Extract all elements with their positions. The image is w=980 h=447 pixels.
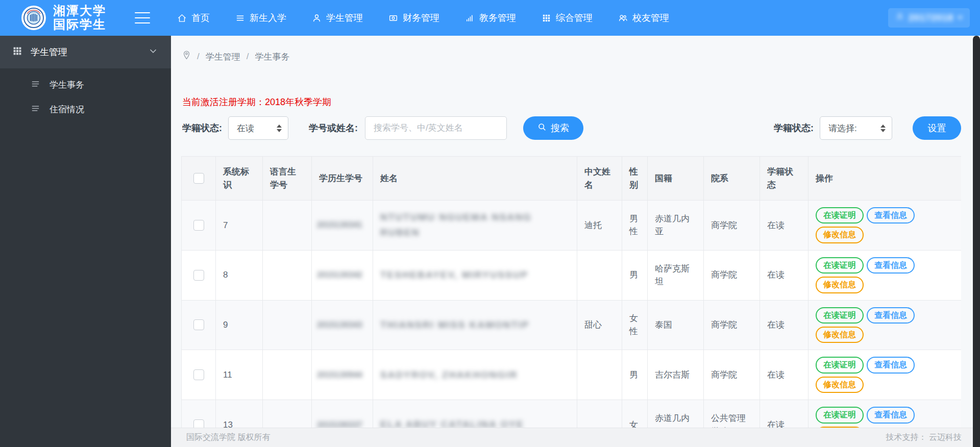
row-chinese-name: 甜心 bbox=[577, 300, 622, 350]
row-student-name: TESHEBAYEV, MIRYUSSUP bbox=[373, 250, 577, 300]
footer: 国际交流学院 版权所有 技术支持： 云迈科技 bbox=[171, 428, 980, 447]
view-info-button[interactable]: 查看信息 bbox=[867, 357, 915, 373]
row-department: 商学院 bbox=[704, 300, 760, 350]
select-all-checkbox[interactable] bbox=[193, 173, 204, 184]
student-row: 72015130341NTUTUMU NGUEMA NSANG RUBEN迪托男… bbox=[182, 201, 962, 251]
row-system-id: 7 bbox=[216, 201, 263, 251]
header-degree-student-no: 学历生学号 bbox=[312, 157, 373, 201]
nav-item-academic[interactable]: 教务管理 bbox=[452, 0, 529, 36]
header-name: 姓名 bbox=[373, 157, 577, 201]
sidebar-item-label: 学生事务 bbox=[50, 79, 84, 91]
header-system-id: 系统标识 bbox=[216, 157, 263, 201]
enrollment-list-icon bbox=[235, 13, 245, 23]
certificate-button[interactable]: 在读证明 bbox=[816, 257, 864, 274]
row-language-student-no bbox=[263, 201, 312, 251]
row-chinese-name bbox=[577, 350, 622, 400]
user-menu[interactable]: 20172018 bbox=[888, 8, 970, 28]
edit-info-button[interactable]: 修改信息 bbox=[816, 377, 864, 393]
row-status: 在读 bbox=[760, 201, 808, 251]
row-checkbox[interactable] bbox=[193, 270, 204, 281]
edit-info-button[interactable]: 修改信息 bbox=[816, 277, 864, 293]
sidebar-section-student-management[interactable]: 学生管理 bbox=[0, 36, 171, 68]
search-icon bbox=[537, 122, 547, 134]
row-system-id: 9 bbox=[216, 300, 263, 350]
nav-item-enrollment[interactable]: 新生入学 bbox=[223, 0, 299, 36]
view-info-button[interactable]: 查看信息 bbox=[867, 407, 915, 423]
student-icon bbox=[312, 13, 322, 23]
student-row: 112015130944SADYROV, ZHAKHONGIR男吉尔吉斯商学院在… bbox=[182, 350, 962, 400]
sidebar-item-accommodation[interactable]: 住宿情况 bbox=[0, 97, 171, 121]
grid-icon bbox=[542, 13, 551, 23]
certificate-button[interactable]: 在读证明 bbox=[816, 357, 864, 373]
finance-icon bbox=[388, 13, 398, 23]
certificate-button[interactable]: 在读证明 bbox=[816, 407, 864, 423]
nav-item-alumni[interactable]: 校友管理 bbox=[605, 0, 682, 36]
nav-label: 首页 bbox=[191, 12, 210, 24]
caret-down-icon bbox=[958, 16, 963, 19]
tech-support-text: 技术支持： 云迈科技 bbox=[886, 432, 962, 443]
row-system-id: 11 bbox=[216, 350, 263, 400]
row-student-name: THIANSRI MISS KAMONTIP bbox=[373, 300, 577, 350]
row-nationality: 吉尔吉斯 bbox=[648, 350, 704, 400]
status-select[interactable]: 在读 bbox=[228, 116, 288, 140]
nav-item-home[interactable]: 首页 bbox=[164, 0, 223, 36]
student-row: 82015130342TESHEBAYEV, MIRYUSSUP男哈萨克斯坦商学… bbox=[182, 250, 962, 300]
nav-label: 财务管理 bbox=[403, 12, 439, 24]
site-title: 湘潭大学 国际学生 bbox=[53, 4, 106, 32]
row-nationality: 哈萨克斯坦 bbox=[648, 250, 704, 300]
nav-label: 综合管理 bbox=[556, 12, 593, 24]
university-logo: 湘潭大学 国际学生 bbox=[21, 4, 106, 32]
chevron-down-icon bbox=[148, 45, 159, 59]
nav-item-general[interactable]: 综合管理 bbox=[529, 0, 605, 36]
row-degree-student-no: 2015130342 bbox=[312, 250, 373, 300]
status-set-select[interactable]: 请选择: bbox=[820, 116, 892, 140]
students-table-body: 72015130341NTUTUMU NGUEMA NSANG RUBEN迪托男… bbox=[182, 201, 962, 447]
row-student-name: NTUTUMU NGUEMA NSANG RUBEN bbox=[373, 201, 577, 251]
header-chinese-name: 中文姓名 bbox=[577, 157, 622, 201]
header-nationality: 国籍 bbox=[648, 157, 704, 201]
row-degree-student-no: 2015130343 bbox=[312, 300, 373, 350]
row-nationality: 泰国 bbox=[648, 300, 704, 350]
breadcrumb-separator: / bbox=[197, 52, 200, 62]
header-department: 院系 bbox=[704, 157, 760, 201]
select-caret-icon bbox=[277, 125, 282, 132]
select-caret-icon bbox=[880, 125, 886, 132]
status-set-select-value: 请选择: bbox=[828, 122, 857, 134]
table-header-row: 系统标识 语言生学号 学历生学号 姓名 中文姓名 性别 国籍 院系 学籍状态 操… bbox=[182, 157, 962, 201]
settings-button[interactable]: 设置 bbox=[913, 116, 961, 140]
view-info-button[interactable]: 查看信息 bbox=[867, 257, 915, 274]
row-checkbox[interactable] bbox=[193, 319, 204, 330]
sidebar-item-student-affairs[interactable]: 学生事务 bbox=[0, 72, 171, 97]
row-checkbox-cell bbox=[182, 300, 216, 350]
row-gender: 男 bbox=[622, 250, 648, 300]
certificate-button[interactable]: 在读证明 bbox=[816, 207, 864, 224]
row-checkbox[interactable] bbox=[193, 369, 204, 380]
nav-item-finance[interactable]: 财务管理 bbox=[376, 0, 452, 36]
breadcrumb-item-student-affairs[interactable]: 学生事务 bbox=[255, 51, 289, 63]
row-gender: 男 bbox=[622, 350, 648, 400]
row-checkbox[interactable] bbox=[193, 220, 204, 231]
certificate-button[interactable]: 在读证明 bbox=[816, 307, 864, 324]
active-semester-notice: 当前激活注册学期：2018年秋季学期 bbox=[182, 96, 331, 108]
hamburger-icon[interactable] bbox=[135, 12, 150, 23]
topbar: 湘潭大学 国际学生 首页 新生入学 bbox=[0, 0, 980, 36]
modules-grid-icon bbox=[12, 46, 22, 58]
edit-info-button[interactable]: 修改信息 bbox=[816, 327, 864, 343]
scrollbar[interactable] bbox=[973, 36, 980, 447]
edit-info-button[interactable]: 修改信息 bbox=[816, 227, 864, 243]
status-filter-label: 学籍状态: bbox=[182, 122, 222, 134]
row-system-id: 8 bbox=[216, 250, 263, 300]
status-select-value: 在读 bbox=[237, 122, 254, 134]
breadcrumb-item-student-management[interactable]: 学生管理 bbox=[206, 51, 240, 63]
view-info-button[interactable]: 查看信息 bbox=[867, 307, 915, 324]
breadcrumb-separator: / bbox=[247, 52, 249, 62]
nav-item-students[interactable]: 学生管理 bbox=[299, 0, 376, 36]
view-info-button[interactable]: 查看信息 bbox=[867, 207, 915, 224]
nav-label: 教务管理 bbox=[479, 12, 516, 24]
header-status: 学籍状态 bbox=[760, 157, 808, 201]
search-button[interactable]: 搜索 bbox=[523, 116, 583, 140]
search-input[interactable] bbox=[365, 116, 507, 140]
user-icon bbox=[895, 12, 904, 24]
row-chinese-name bbox=[577, 250, 622, 300]
settings-button-label: 设置 bbox=[928, 122, 946, 134]
